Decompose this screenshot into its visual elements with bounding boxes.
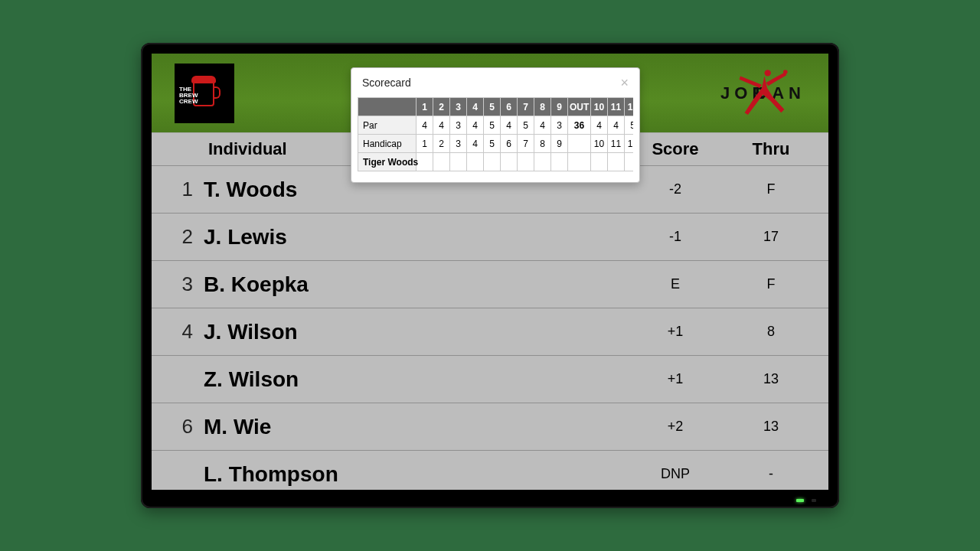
par-cell: 4: [501, 116, 518, 135]
leaderboard-rows: 1T. Woods-2F2J. Lewis-1173B. KoepkaEF4J.…: [152, 165, 828, 490]
player-name: B. Koepka: [204, 272, 622, 297]
par-cell: 3: [551, 116, 568, 135]
svg-point-0: [765, 70, 771, 76]
hole-header: 11: [608, 98, 625, 116]
col-thru: Thru: [729, 139, 813, 159]
hole-header: 2: [433, 98, 450, 116]
hole-header: 6: [501, 98, 518, 116]
par-cell: 4: [591, 116, 608, 135]
hole-header: 7: [518, 98, 534, 116]
position: 2: [158, 225, 204, 249]
leaderboard-row[interactable]: 2J. Lewis-117: [152, 213, 828, 260]
hole-header: 8: [534, 98, 551, 116]
par-cell: 4: [608, 116, 625, 135]
leaderboard-row[interactable]: 3B. KoepkaEF: [152, 260, 828, 308]
position: 6: [158, 415, 204, 439]
tv-power-led: [796, 499, 804, 502]
handicap-label: Handicap: [358, 135, 416, 153]
scorecard-scroll[interactable]: 123456789OUT101112 Par44345454336445 Han…: [358, 97, 633, 171]
thru: 13: [729, 419, 813, 435]
player-cell[interactable]: [484, 153, 501, 171]
handicap-cell: 12: [625, 135, 634, 153]
scorecard-table: 123456789OUT101112 Par44345454336445 Han…: [358, 97, 633, 171]
scorecard-modal: Scorecard × 123456789OUT101112 Par443454…: [351, 67, 640, 183]
sponsor-logo-left: THE BREW CREW: [175, 64, 234, 123]
hole-header: 1: [416, 98, 433, 116]
handicap-cell: 11: [608, 135, 625, 153]
player-name: M. Wie: [204, 415, 622, 439]
thru: 13: [729, 371, 813, 387]
hole-header: 12: [625, 98, 634, 116]
handicap-cell: 6: [501, 135, 518, 153]
score: +1: [622, 371, 729, 387]
hole-header: 4: [467, 98, 484, 116]
hole-header: OUT: [568, 98, 591, 116]
score: -1: [622, 229, 729, 245]
player-cell[interactable]: [450, 153, 467, 171]
score: +2: [622, 419, 729, 435]
player-cell[interactable]: [467, 153, 484, 171]
player-cell[interactable]: [551, 153, 568, 171]
par-cell: 5: [484, 116, 501, 135]
handicap-cell: 8: [534, 135, 551, 153]
player-cell[interactable]: [534, 153, 551, 171]
tv-ir-sensor: [812, 499, 816, 502]
player-cell[interactable]: [568, 153, 591, 171]
leaderboard-row[interactable]: Z. Wilson+113: [152, 355, 828, 403]
handicap-cell: 10: [591, 135, 608, 153]
par-cell: 36: [568, 116, 591, 135]
par-cell: 5: [518, 116, 534, 135]
svg-point-1: [783, 70, 788, 74]
sponsor-logo-left-text: THE BREW CREW: [179, 86, 198, 105]
position: 3: [158, 272, 204, 296]
player-name: J. Wilson: [204, 320, 622, 344]
par-cell: 5: [625, 116, 634, 135]
hole-header: 10: [591, 98, 608, 116]
leaderboard-row[interactable]: L. ThompsonDNP-: [152, 450, 828, 490]
player-cell[interactable]: [608, 153, 625, 171]
par-label: Par: [358, 116, 416, 135]
player-cell[interactable]: [416, 153, 433, 171]
position: 1: [158, 178, 204, 201]
scorecard-header: Scorecard ×: [351, 68, 639, 97]
player-name: J. Lewis: [204, 225, 622, 249]
leaderboard-row[interactable]: 4J. Wilson+18: [152, 308, 828, 355]
par-cell: 4: [433, 116, 450, 135]
handicap-cell: 2: [433, 135, 450, 153]
handicap-cell: 3: [450, 135, 467, 153]
par-cell: 3: [450, 116, 467, 135]
player-cell[interactable]: [625, 153, 634, 171]
player-label: Tiger Woods: [358, 153, 416, 171]
player-name: Z. Wilson: [204, 367, 622, 392]
scorecard-par-row: Par44345454336445: [358, 116, 634, 135]
player-cell[interactable]: [433, 153, 450, 171]
position: 4: [158, 320, 204, 344]
handicap-cell: 5: [484, 135, 501, 153]
scorecard-title: Scorecard: [362, 77, 411, 89]
close-icon[interactable]: ×: [620, 76, 629, 90]
hole-header: 3: [450, 98, 467, 116]
scorecard-player-row: Tiger Woods: [358, 153, 634, 171]
player-name: L. Thompson: [204, 462, 622, 487]
handicap-cell: 4: [467, 135, 484, 153]
screen: THE BREW CREW JOR DAN JORDAN: [152, 54, 828, 490]
scorecard-holes-row: 123456789OUT101112: [358, 98, 634, 116]
scorecard-handicap-row: Handicap123456789101112: [358, 135, 634, 153]
thru: 17: [729, 229, 813, 245]
player-cell[interactable]: [518, 153, 534, 171]
jumpman-icon: [735, 67, 789, 120]
thru: -: [729, 466, 813, 482]
thru: 8: [729, 324, 813, 340]
player-cell[interactable]: [591, 153, 608, 171]
handicap-cell: 9: [551, 135, 568, 153]
handicap-cell: 1: [416, 135, 433, 153]
player-cell[interactable]: [501, 153, 518, 171]
tv-frame: THE BREW CREW JOR DAN JORDAN: [141, 43, 839, 508]
handicap-cell: 7: [518, 135, 534, 153]
leaderboard-row[interactable]: 6M. Wie+213: [152, 403, 828, 450]
scorecard-body: 123456789OUT101112 Par44345454336445 Han…: [351, 97, 639, 182]
hole-header: 9: [551, 98, 568, 116]
par-cell: 4: [534, 116, 551, 135]
thru: F: [729, 276, 813, 292]
score: E: [622, 276, 729, 292]
